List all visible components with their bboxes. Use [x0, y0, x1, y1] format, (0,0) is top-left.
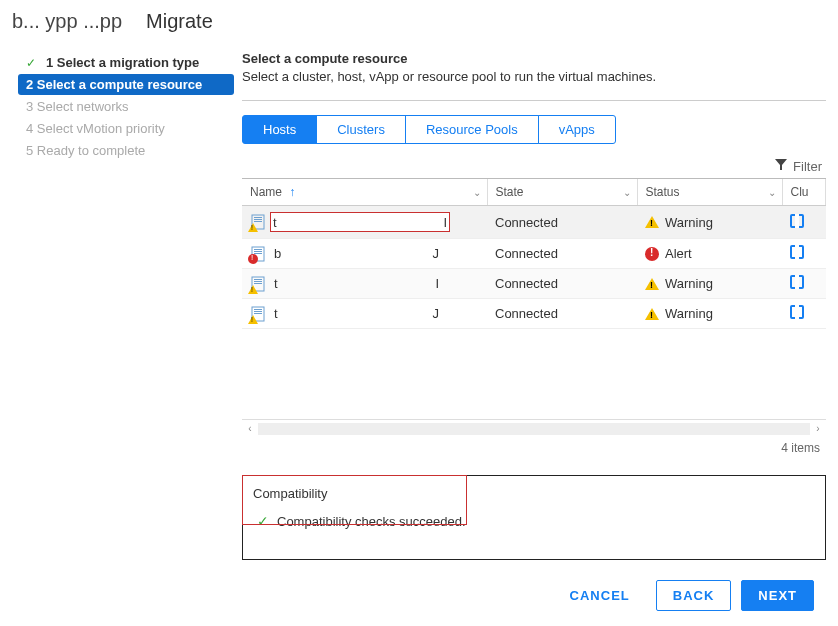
cell-cluster	[782, 239, 826, 269]
cell-state: Connected	[487, 269, 637, 299]
wizard-step-5: 5 Ready to complete	[18, 140, 234, 161]
status-text: Warning	[665, 276, 713, 291]
cluster-icon	[790, 275, 804, 289]
cell-status: Alert	[637, 239, 782, 269]
chevron-down-icon[interactable]: ⌄	[623, 187, 631, 198]
svg-rect-1	[254, 217, 262, 218]
svg-rect-5	[254, 249, 262, 250]
wizard-steps: ✓ 1 Select a migration type 2 Select a c…	[18, 51, 234, 611]
scroll-left-icon[interactable]: ‹	[242, 423, 258, 434]
chevron-down-icon[interactable]: ⌄	[768, 187, 776, 198]
alert-badge-icon	[248, 254, 258, 264]
next-button[interactable]: NEXT	[741, 580, 814, 611]
dialog-title: Migrate	[146, 10, 213, 33]
svg-rect-2	[254, 219, 262, 220]
cell-state: Connected	[487, 206, 637, 239]
cell-cluster	[782, 299, 826, 329]
table-row[interactable]: bJConnectedAlert	[242, 239, 826, 269]
sort-asc-icon: ↑	[289, 185, 295, 199]
svg-rect-15	[254, 313, 262, 314]
wizard-step-1[interactable]: ✓ 1 Select a migration type	[18, 52, 234, 73]
tab-clusters[interactable]: Clusters	[316, 115, 406, 144]
section-title: Select a compute resource	[242, 51, 826, 66]
cluster-icon	[790, 245, 804, 259]
wizard-step-4: 4 Select vMotion priority	[18, 118, 234, 139]
scroll-right-icon[interactable]: ›	[810, 423, 826, 434]
section-desc: Select a cluster, host, vApp or resource…	[242, 69, 826, 84]
host-name-text: t	[274, 306, 278, 321]
check-icon: ✓	[26, 56, 36, 70]
cancel-button[interactable]: CANCEL	[554, 580, 646, 611]
status-text: Warning	[665, 306, 713, 321]
back-button[interactable]: BACK	[656, 580, 732, 611]
svg-rect-3	[254, 221, 262, 222]
cell-name: tI	[242, 206, 487, 239]
cell-state: Connected	[487, 299, 637, 329]
item-count: 4 items	[242, 437, 826, 455]
col-header-name[interactable]: Name ↑ ⌄	[242, 179, 487, 206]
cell-status: Warning	[637, 299, 782, 329]
tab-resource-pools[interactable]: Resource Pools	[405, 115, 539, 144]
hosts-table: Name ↑ ⌄ State ⌄ Status ⌄	[242, 178, 826, 455]
col-header-status[interactable]: Status ⌄	[637, 179, 782, 206]
compatibility-panel: Compatibility ✓ Compatibility checks suc…	[242, 475, 826, 560]
filter-icon[interactable]	[775, 158, 787, 174]
check-icon: ✓	[257, 513, 269, 529]
warning-badge-icon	[248, 315, 258, 324]
chevron-down-icon[interactable]: ⌄	[473, 187, 481, 198]
svg-rect-11	[254, 283, 262, 284]
cell-state: Connected	[487, 239, 637, 269]
svg-rect-9	[254, 279, 262, 280]
col-header-cluster[interactable]: Clu	[782, 179, 826, 206]
horizontal-scrollbar[interactable]: ‹ ›	[242, 419, 826, 437]
host-icon	[250, 246, 266, 262]
resource-type-tabs: Hosts Clusters Resource Pools vApps	[242, 115, 826, 144]
cell-name: tI	[242, 269, 487, 299]
table-row[interactable]: tIConnectedWarning	[242, 269, 826, 299]
cell-cluster	[782, 206, 826, 239]
warning-badge-icon	[248, 223, 258, 232]
scroll-track[interactable]	[258, 423, 810, 435]
footer-buttons: CANCEL BACK NEXT	[242, 560, 826, 611]
warning-icon	[645, 216, 659, 228]
host-name-text: t	[273, 215, 277, 230]
host-name-text: t	[274, 276, 278, 291]
host-icon	[250, 214, 266, 230]
svg-rect-14	[254, 311, 262, 312]
cluster-icon	[790, 214, 804, 228]
filter-label[interactable]: Filter	[793, 159, 822, 174]
svg-rect-10	[254, 281, 262, 282]
cell-status: Warning	[637, 269, 782, 299]
table-row[interactable]: tJConnectedWarning	[242, 299, 826, 329]
host-icon	[250, 276, 266, 292]
svg-rect-7	[254, 253, 262, 254]
col-header-state[interactable]: State ⌄	[487, 179, 637, 206]
divider	[242, 100, 826, 101]
tab-vapps[interactable]: vApps	[538, 115, 616, 144]
host-icon	[250, 306, 266, 322]
tab-hosts[interactable]: Hosts	[242, 115, 317, 144]
cluster-icon	[790, 305, 804, 319]
svg-rect-6	[254, 251, 262, 252]
alert-icon	[645, 247, 659, 261]
table-body: tIConnectedWarningbJConnectedAlerttIConn…	[242, 206, 826, 329]
cell-status: Warning	[637, 206, 782, 239]
svg-rect-13	[254, 309, 262, 310]
cell-cluster	[782, 269, 826, 299]
warning-badge-icon	[248, 285, 258, 294]
status-text: Warning	[665, 215, 713, 230]
cell-name: tJ	[242, 299, 487, 329]
highlight-annotation: tI	[270, 212, 450, 232]
compatibility-title: Compatibility	[253, 486, 815, 501]
wizard-step-3: 3 Select networks	[18, 96, 234, 117]
warning-icon	[645, 308, 659, 320]
dialog-header: b... ypp ...pp Migrate	[0, 0, 838, 37]
host-name-text: b	[274, 246, 281, 261]
cell-name: bJ	[242, 239, 487, 269]
warning-icon	[645, 278, 659, 290]
status-text: Alert	[665, 246, 692, 261]
table-row[interactable]: tIConnectedWarning	[242, 206, 826, 239]
wizard-step-2[interactable]: 2 Select a compute resource	[18, 74, 234, 95]
object-name: b... ypp ...pp	[12, 10, 122, 33]
compatibility-message: Compatibility checks succeeded.	[277, 514, 466, 529]
